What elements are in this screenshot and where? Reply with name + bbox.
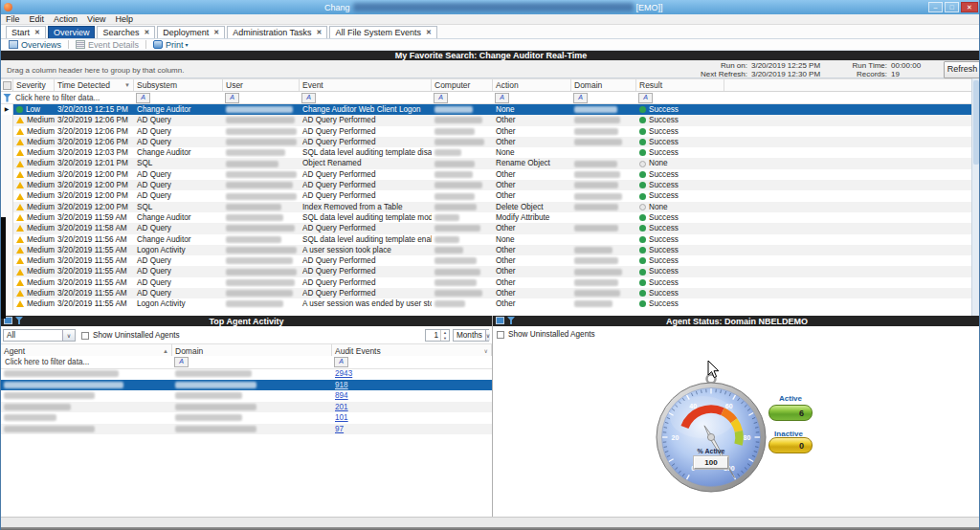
table-row[interactable]: Medium3/20/2019 12:01 PMSQLObject Rename…	[1, 158, 971, 168]
audit-events-link[interactable]: 201	[335, 402, 348, 413]
overviews-button[interactable]: Overviews	[9, 40, 61, 50]
table-row[interactable]: Medium3/20/2019 11:55 AMLogon ActivityA …	[1, 298, 971, 309]
filter-funnel-icon[interactable]	[3, 94, 11, 102]
show-uninstalled-label: Show Uninstalled Agents	[93, 331, 180, 340]
table-row[interactable]: Medium3/20/2019 11:55 AMAD QueryAD Query…	[1, 266, 971, 276]
agent-row[interactable]: 97	[1, 424, 492, 435]
table-row[interactable]: Medium3/20/2019 12:06 PMAD QueryAD Query…	[1, 126, 971, 137]
severity-label: Medium	[27, 255, 55, 266]
column-header-user[interactable]: User	[223, 79, 300, 91]
table-row[interactable]: Medium3/20/2019 11:55 AMAD QueryAD Query…	[1, 255, 971, 266]
interval-stepper[interactable]: 1 ▲▼	[425, 329, 450, 342]
table-row[interactable]: Medium3/20/2019 11:55 AMAD QueryAD Query…	[1, 277, 971, 288]
table-row[interactable]: Medium3/20/2019 12:03 PMChange AuditorSQ…	[1, 147, 971, 158]
column-filter-button[interactable]: A	[136, 93, 150, 103]
tab-overview[interactable]: Overview	[48, 26, 96, 38]
events-scrollbar[interactable]	[971, 78, 980, 316]
tab-close-icon[interactable]: ✕	[317, 29, 323, 36]
table-row[interactable]: Medium3/20/2019 11:56 AMChange AuditorSQ…	[1, 234, 971, 245]
active-count-pill[interactable]: 6	[768, 405, 813, 421]
agent-row[interactable]: 894	[1, 390, 492, 402]
agent-row[interactable]: 201	[1, 402, 492, 413]
column-header-subsystem[interactable]: Subsystem	[134, 79, 223, 91]
audit-events-link[interactable]: 894	[335, 390, 348, 402]
menu-action[interactable]: Action	[49, 14, 82, 24]
stepper-down-icon[interactable]: ▼	[441, 336, 449, 342]
show-uninstalled-left[interactable]: Show Uninstalled Agents	[81, 331, 180, 340]
column-header-domain[interactable]: Domain	[571, 79, 636, 91]
inactive-count-pill[interactable]: 0	[768, 437, 813, 453]
audit-events-link[interactable]: 101	[335, 412, 348, 424]
agent-grid-filter-row[interactable]: Click here to filter data...AA	[1, 356, 492, 369]
print-button[interactable]: Print▾	[153, 40, 189, 50]
tab-start[interactable]: Start✕	[6, 26, 46, 38]
chevron-down-icon[interactable]: ∨	[62, 330, 75, 341]
menu-help[interactable]: Help	[110, 14, 138, 24]
table-row[interactable]: Medium3/20/2019 12:06 PMAD QueryAD Query…	[1, 137, 971, 147]
column-filter-button[interactable]: A	[174, 357, 189, 367]
tab-close-icon[interactable]: ✕	[34, 29, 40, 36]
column-filter-button[interactable]: A	[225, 93, 239, 103]
table-row[interactable]: Medium3/20/2019 11:55 AMLogon ActivityA …	[1, 245, 971, 255]
tab-all-file-system-events[interactable]: All File System Events✕	[329, 26, 436, 38]
select-all-icon[interactable]	[3, 81, 11, 90]
tab-administration-tasks[interactable]: Administration Tasks✕	[227, 26, 327, 38]
close-icon[interactable]: ✕	[961, 2, 978, 12]
column-filter-button[interactable]: A	[573, 93, 588, 103]
events-grid-filter-row[interactable]: Click here to filter data...AAAAAAA	[1, 92, 971, 104]
show-uninstalled-checkbox[interactable]	[81, 332, 89, 340]
refresh-button[interactable]: Refresh	[944, 61, 980, 78]
column-header-computer[interactable]: Computer	[432, 79, 493, 91]
table-row[interactable]: Medium3/20/2019 12:00 PMAD QueryAD Query…	[1, 180, 971, 190]
audit-events-link[interactable]: 97	[335, 424, 344, 435]
table-row[interactable]: Medium3/20/2019 12:00 PMAD QueryAD Query…	[1, 190, 971, 201]
agent-filter-dropdown[interactable]: All ∨	[3, 329, 76, 342]
column-filter-button[interactable]: A	[434, 93, 448, 103]
panel-window-icon[interactable]	[496, 317, 504, 324]
table-row[interactable]: Medium3/20/2019 12:06 PMAD QueryAD Query…	[1, 115, 971, 125]
menu-view[interactable]: View	[82, 14, 110, 24]
filter-row-hint[interactable]: Click here to filter data...	[13, 92, 134, 103]
tab-close-icon[interactable]: ✕	[213, 29, 219, 36]
table-row[interactable]: Medium3/20/2019 11:58 AMAD QueryAD Query…	[1, 223, 971, 233]
tab-deployment[interactable]: Deployment✕	[157, 26, 225, 38]
filter-row-hint[interactable]: Click here to filter data...	[1, 356, 172, 368]
event-details-button[interactable]: Event Details	[76, 40, 139, 50]
tab-close-icon[interactable]: ✕	[426, 29, 432, 36]
chevron-down-icon[interactable]: ∨	[485, 330, 490, 341]
interval-unit-dropdown[interactable]: Months ∨	[453, 329, 489, 342]
agent-row[interactable]: 918	[1, 380, 492, 391]
column-filter-button[interactable]: A	[301, 93, 316, 103]
table-row[interactable]: ▶Low3/20/2019 12:15 PMChange AuditorChan…	[1, 104, 971, 115]
filter-funnel-icon[interactable]	[507, 317, 515, 324]
show-uninstalled-checkbox[interactable]	[497, 331, 504, 339]
table-row[interactable]: Medium3/20/2019 11:59 AMChange AuditorSQ…	[1, 212, 971, 223]
computer-cell	[432, 223, 493, 233]
column-filter-button[interactable]: A	[334, 357, 348, 367]
audit-events-link[interactable]: 2943	[335, 368, 352, 380]
column-header-time-detected[interactable]: Time Detected▼	[55, 79, 134, 91]
table-row[interactable]: Medium3/20/2019 12:00 PMSQLIndex Removed…	[1, 202, 971, 212]
menu-edit[interactable]: Edit	[25, 14, 50, 24]
table-row[interactable]: Medium3/20/2019 12:00 PMAD QueryAD Query…	[1, 169, 971, 180]
tab-searches[interactable]: Searches✕	[97, 26, 155, 38]
maximize-icon[interactable]: □	[945, 2, 959, 12]
column-filter-button[interactable]: A	[495, 93, 509, 103]
show-uninstalled-right[interactable]: Show Uninstalled Agents	[497, 330, 595, 339]
column-header-result[interactable]: Result	[636, 79, 724, 91]
column-header-severity[interactable]: Severity	[13, 79, 55, 91]
filter-funnel-icon[interactable]	[15, 317, 23, 324]
agent-row[interactable]: 101	[1, 412, 492, 424]
scrollbar-thumb[interactable]	[973, 80, 979, 165]
filter-cell: A	[493, 92, 571, 103]
tab-close-icon[interactable]: ✕	[144, 29, 149, 36]
column-chooser-icon[interactable]: ∨	[484, 347, 488, 354]
column-filter-button[interactable]: A	[638, 93, 653, 103]
column-header-action[interactable]: Action	[493, 79, 571, 91]
minimize-icon[interactable]: –	[928, 2, 943, 12]
column-header-event[interactable]: Event	[300, 79, 432, 91]
agent-row[interactable]: 2943	[1, 368, 492, 380]
table-row[interactable]: Medium3/20/2019 11:55 AMAD QueryAD Query…	[1, 288, 971, 298]
audit-events-link[interactable]: 918	[335, 380, 348, 391]
menu-file[interactable]: File	[1, 14, 25, 24]
